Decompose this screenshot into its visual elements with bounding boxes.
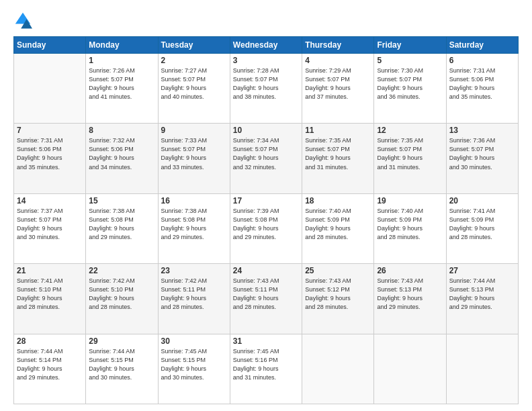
- calendar-cell: [14, 54, 86, 124]
- day-info: Sunrise: 7:41 AMSunset: 5:10 PMDaylight:…: [17, 277, 83, 312]
- day-number: 31: [233, 336, 299, 346]
- day-number: 25: [305, 266, 371, 275]
- calendar-cell: 6Sunrise: 7:31 AMSunset: 5:06 PMDaylight…: [446, 54, 518, 124]
- calendar-cell: 18Sunrise: 7:40 AMSunset: 5:09 PMDayligh…: [302, 193, 374, 263]
- calendar-cell: 2Sunrise: 7:27 AMSunset: 5:07 PMDaylight…: [158, 54, 230, 124]
- day-number: 9: [161, 126, 227, 135]
- day-info: Sunrise: 7:38 AMSunset: 5:08 PMDaylight:…: [161, 207, 227, 242]
- day-number: 10: [233, 126, 299, 135]
- calendar-cell: 25Sunrise: 7:43 AMSunset: 5:12 PMDayligh…: [302, 264, 374, 334]
- calendar-cell: 14Sunrise: 7:37 AMSunset: 5:07 PMDayligh…: [14, 193, 86, 263]
- day-number: 30: [161, 336, 227, 346]
- day-info: Sunrise: 7:36 AMSunset: 5:07 PMDaylight:…: [449, 136, 515, 171]
- calendar-cell: 4Sunrise: 7:29 AMSunset: 5:07 PMDaylight…: [302, 54, 374, 124]
- day-number: 20: [449, 196, 515, 205]
- day-info: Sunrise: 7:44 AMSunset: 5:15 PMDaylight:…: [89, 347, 154, 382]
- day-header: Friday: [374, 37, 446, 54]
- day-header: Sunday: [14, 37, 86, 54]
- day-number: 11: [305, 126, 371, 135]
- logo-icon: [13, 11, 32, 30]
- calendar-header-row: SundayMondayTuesdayWednesdayThursdayFrid…: [14, 37, 519, 54]
- day-info: Sunrise: 7:35 AMSunset: 5:07 PMDaylight:…: [377, 136, 443, 171]
- day-info: Sunrise: 7:42 AMSunset: 5:10 PMDaylight:…: [89, 277, 154, 312]
- calendar-week-row: 7Sunrise: 7:31 AMSunset: 5:06 PMDaylight…: [14, 124, 519, 193]
- calendar-cell: 21Sunrise: 7:41 AMSunset: 5:10 PMDayligh…: [14, 264, 86, 334]
- day-info: Sunrise: 7:43 AMSunset: 5:11 PMDaylight:…: [233, 277, 299, 312]
- calendar-cell: 7Sunrise: 7:31 AMSunset: 5:06 PMDaylight…: [14, 124, 86, 193]
- calendar-table: SundayMondayTuesdayWednesdayThursdayFrid…: [13, 36, 519, 404]
- day-number: 22: [89, 266, 154, 275]
- calendar-cell: 23Sunrise: 7:42 AMSunset: 5:11 PMDayligh…: [158, 264, 230, 334]
- calendar-week-row: 21Sunrise: 7:41 AMSunset: 5:10 PMDayligh…: [14, 264, 519, 334]
- calendar-cell: 27Sunrise: 7:44 AMSunset: 5:13 PMDayligh…: [446, 264, 518, 334]
- day-number: 13: [449, 126, 515, 135]
- day-number: 16: [161, 196, 227, 205]
- calendar-cell: 15Sunrise: 7:38 AMSunset: 5:08 PMDayligh…: [86, 193, 158, 263]
- day-number: 12: [377, 126, 443, 135]
- calendar-cell: 13Sunrise: 7:36 AMSunset: 5:07 PMDayligh…: [446, 124, 518, 193]
- day-header: Tuesday: [158, 37, 230, 54]
- day-number: 28: [17, 336, 83, 346]
- day-info: Sunrise: 7:43 AMSunset: 5:13 PMDaylight:…: [377, 277, 443, 312]
- calendar-week-row: 14Sunrise: 7:37 AMSunset: 5:07 PMDayligh…: [14, 193, 519, 263]
- calendar-cell: 16Sunrise: 7:38 AMSunset: 5:08 PMDayligh…: [158, 193, 230, 263]
- day-info: Sunrise: 7:28 AMSunset: 5:07 PMDaylight:…: [233, 66, 299, 101]
- day-info: Sunrise: 7:45 AMSunset: 5:15 PMDaylight:…: [161, 347, 227, 382]
- day-info: Sunrise: 7:31 AMSunset: 5:06 PMDaylight:…: [17, 136, 83, 171]
- day-info: Sunrise: 7:44 AMSunset: 5:13 PMDaylight:…: [449, 277, 515, 312]
- day-number: 27: [449, 266, 515, 275]
- calendar-cell: 9Sunrise: 7:33 AMSunset: 5:07 PMDaylight…: [158, 124, 230, 193]
- day-header: Monday: [86, 37, 158, 54]
- day-info: Sunrise: 7:27 AMSunset: 5:07 PMDaylight:…: [161, 66, 227, 101]
- calendar-cell: 24Sunrise: 7:43 AMSunset: 5:11 PMDayligh…: [230, 264, 302, 334]
- day-info: Sunrise: 7:40 AMSunset: 5:09 PMDaylight:…: [377, 207, 443, 242]
- day-number: 14: [17, 196, 83, 205]
- logo: [13, 11, 35, 30]
- calendar-cell: 10Sunrise: 7:34 AMSunset: 5:07 PMDayligh…: [230, 124, 302, 193]
- day-info: Sunrise: 7:29 AMSunset: 5:07 PMDaylight:…: [305, 66, 371, 101]
- calendar-cell: [302, 334, 374, 404]
- calendar-cell: 29Sunrise: 7:44 AMSunset: 5:15 PMDayligh…: [86, 334, 158, 404]
- page: SundayMondayTuesdayWednesdayThursdayFrid…: [0, 0, 532, 411]
- day-number: 23: [161, 266, 227, 275]
- calendar-cell: [446, 334, 518, 404]
- day-info: Sunrise: 7:31 AMSunset: 5:06 PMDaylight:…: [449, 66, 515, 101]
- calendar-cell: 26Sunrise: 7:43 AMSunset: 5:13 PMDayligh…: [374, 264, 446, 334]
- calendar-cell: 20Sunrise: 7:41 AMSunset: 5:09 PMDayligh…: [446, 193, 518, 263]
- day-number: 18: [305, 196, 371, 205]
- day-info: Sunrise: 7:45 AMSunset: 5:16 PMDaylight:…: [233, 347, 299, 382]
- day-info: Sunrise: 7:32 AMSunset: 5:06 PMDaylight:…: [89, 136, 154, 171]
- day-number: 6: [449, 56, 515, 65]
- calendar-cell: 30Sunrise: 7:45 AMSunset: 5:15 PMDayligh…: [158, 334, 230, 404]
- day-info: Sunrise: 7:33 AMSunset: 5:07 PMDaylight:…: [161, 136, 227, 171]
- calendar-cell: 28Sunrise: 7:44 AMSunset: 5:14 PMDayligh…: [14, 334, 86, 404]
- day-info: Sunrise: 7:43 AMSunset: 5:12 PMDaylight:…: [305, 277, 371, 312]
- calendar-cell: 5Sunrise: 7:30 AMSunset: 5:07 PMDaylight…: [374, 54, 446, 124]
- day-number: 3: [233, 56, 299, 65]
- calendar-cell: 22Sunrise: 7:42 AMSunset: 5:10 PMDayligh…: [86, 264, 158, 334]
- calendar-cell: 1Sunrise: 7:26 AMSunset: 5:07 PMDaylight…: [86, 54, 158, 124]
- calendar-cell: 11Sunrise: 7:35 AMSunset: 5:07 PMDayligh…: [302, 124, 374, 193]
- day-number: 29: [89, 336, 154, 346]
- day-info: Sunrise: 7:38 AMSunset: 5:08 PMDaylight:…: [89, 207, 154, 242]
- day-number: 7: [17, 126, 83, 135]
- day-info: Sunrise: 7:35 AMSunset: 5:07 PMDaylight:…: [305, 136, 371, 171]
- day-info: Sunrise: 7:26 AMSunset: 5:07 PMDaylight:…: [89, 66, 154, 101]
- calendar-cell: 12Sunrise: 7:35 AMSunset: 5:07 PMDayligh…: [374, 124, 446, 193]
- day-number: 5: [377, 56, 443, 65]
- day-number: 19: [377, 196, 443, 205]
- day-info: Sunrise: 7:37 AMSunset: 5:07 PMDaylight:…: [17, 207, 83, 242]
- day-number: 8: [89, 126, 154, 135]
- calendar-cell: [374, 334, 446, 404]
- day-header: Saturday: [446, 37, 518, 54]
- day-header: Wednesday: [230, 37, 302, 54]
- day-info: Sunrise: 7:44 AMSunset: 5:14 PMDaylight:…: [17, 347, 83, 382]
- day-number: 15: [89, 196, 154, 205]
- calendar-week-row: 28Sunrise: 7:44 AMSunset: 5:14 PMDayligh…: [14, 334, 519, 404]
- day-info: Sunrise: 7:41 AMSunset: 5:09 PMDaylight:…: [449, 207, 515, 242]
- day-number: 26: [377, 266, 443, 275]
- day-number: 21: [17, 266, 83, 275]
- day-info: Sunrise: 7:30 AMSunset: 5:07 PMDaylight:…: [377, 66, 443, 101]
- day-info: Sunrise: 7:42 AMSunset: 5:11 PMDaylight:…: [161, 277, 227, 312]
- day-info: Sunrise: 7:34 AMSunset: 5:07 PMDaylight:…: [233, 136, 299, 171]
